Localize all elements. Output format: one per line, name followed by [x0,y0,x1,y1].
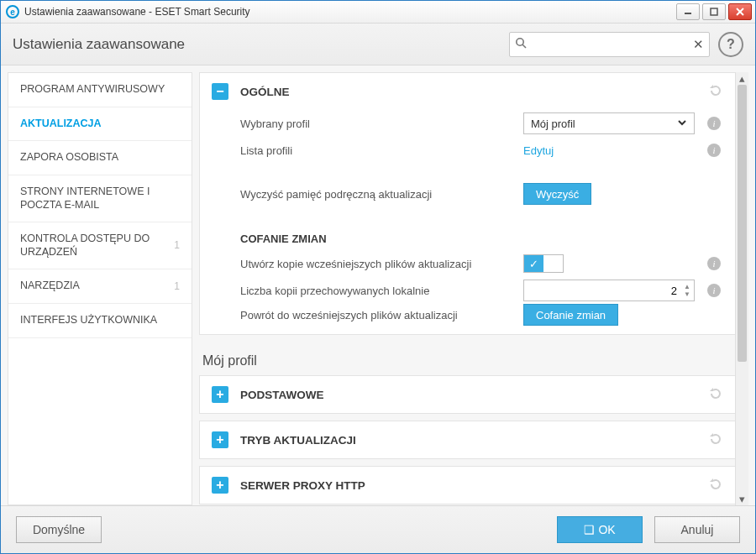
profile-select[interactable]: Mój profil [523,112,695,134]
cancel-button[interactable]: Anuluj [654,516,740,543]
search-input[interactable] [532,37,688,51]
sidebar-item-ui[interactable]: INTERFEJS UŻYTKOWNIKA [8,304,192,338]
panel-header-basic[interactable]: + PODSTAWOWE [200,376,735,413]
sidebar-item-label: STRONY INTERNETOWE I POCZTA E-MAIL [20,186,180,212]
reset-icon[interactable] [708,386,723,404]
scroll-up-icon[interactable]: ▴ [736,72,748,85]
clear-cache-button[interactable]: Wyczyść [523,183,591,205]
info-button[interactable]: i [705,284,723,297]
panel-header-general[interactable]: − OGÓLNE [200,73,735,110]
sidebar-item-device-control[interactable]: KONTROLA DOSTĘPU DO URZĄDZEŃ1 [8,222,192,269]
reset-icon[interactable] [708,477,723,494]
info-icon: i [707,144,721,157]
check-icon: ✓ [524,255,543,272]
scrollbar[interactable]: ▴ ▾ [735,72,748,505]
ok-button[interactable]: ❑ OK [557,516,643,543]
spin-up-icon: ▲ [684,283,690,290]
content: − OGÓLNE Wybrany profil Mój profil i [199,72,748,505]
sidebar-item-label: NARZĘDZIA [20,280,80,293]
label: Wybrany profil [240,118,513,130]
row-revert: Powrót do wcześniejszych plików aktualiz… [200,304,735,334]
spin-buttons[interactable]: ▲ ▼ [680,280,694,301]
info-button[interactable]: i [705,117,723,130]
revert-button[interactable]: Cofanie zmian [523,304,618,326]
minimize-button[interactable] [676,3,700,20]
profile-section-title: Mój profil [199,342,736,375]
reset-icon[interactable] [708,83,723,101]
clear-search-icon[interactable]: ✕ [693,37,704,52]
sidebar-item-label: AKTUALIZACJA [20,118,102,131]
panel-title: PODSTAWOWE [240,389,696,401]
label: Powrót do wcześniejszych plików aktualiz… [240,309,513,321]
help-button[interactable]: ? [718,32,743,57]
defaults-button[interactable]: Domyślne [16,516,102,543]
snapshot-toggle[interactable]: ✓ [523,254,564,273]
label: Wyczyść pamięć podręczną aktualizacji [240,188,513,201]
rollback-subtitle: COFANIE ZMIAN [200,224,735,250]
sidebar-item-count: 1 [174,280,180,293]
sidebar: PROGRAM ANTYWIRUSOWY AKTUALIZACJA ZAPORA… [8,72,192,505]
select-value: Mój profil [531,118,575,130]
info-icon: i [707,284,721,297]
breadcrumb: Ustawienia zaawansowane [13,36,509,53]
expand-icon[interactable]: + [212,477,228,494]
panel-basic: + PODSTAWOWE [199,375,736,414]
edit-profiles-link[interactable]: Edytuj [523,144,554,157]
sidebar-item-firewall[interactable]: ZAPORA OSOBISTA [8,141,192,175]
info-button[interactable]: i [705,257,723,270]
search-icon [515,37,527,51]
row-create-snapshots: Utwórz kopie wcześniejszych plików aktua… [200,250,735,277]
panel-proxy: + SERWER PROXY HTTP [199,466,736,504]
label: Utwórz kopie wcześniejszych plików aktua… [240,258,513,270]
copies-input[interactable] [524,285,680,297]
sidebar-item-update[interactable]: AKTUALIZACJA [8,107,192,142]
sidebar-item-count: 1 [174,239,180,252]
shield-icon: ❑ [584,523,595,536]
sidebar-item-antivirus[interactable]: PROGRAM ANTYWIRUSOWY [8,73,192,107]
info-icon: i [707,257,721,270]
header: Ustawienia zaawansowane ✕ ? [1,24,755,65]
window-title: Ustawienia zaawansowane - ESET Smart Sec… [24,6,676,18]
app-logo-icon: e [6,5,19,18]
close-button[interactable] [728,3,752,20]
window: e Ustawienia zaawansowane - ESET Smart S… [0,0,756,554]
panel-title: SERWER PROXY HTTP [240,479,696,492]
panel-header-update-mode[interactable]: + TRYB AKTUALIZACJI [200,421,735,458]
sidebar-item-label: PROGRAM ANTYWIRUSOWY [20,83,165,97]
svg-line-5 [522,44,526,48]
collapse-icon[interactable]: − [212,83,228,100]
panel-general: − OGÓLNE Wybrany profil Mój profil i [199,72,736,335]
svg-rect-1 [711,8,717,15]
search-box[interactable]: ✕ [509,32,710,57]
footer: Domyślne ❑ OK Anuluj [1,505,755,553]
window-buttons [676,3,752,20]
panel-header-proxy[interactable]: + SERWER PROXY HTTP [200,467,735,504]
info-button[interactable]: i [705,144,723,157]
svg-point-4 [517,39,523,45]
info-icon: i [707,117,721,130]
sidebar-item-web-email[interactable]: STRONY INTERNETOWE I POCZTA E-MAIL [8,175,192,222]
label: Liczba kopii przechowywanych lokalnie [240,285,513,297]
scroll-down-icon[interactable]: ▾ [736,493,748,505]
panel-update-mode: + TRYB AKTUALIZACJI [199,421,736,459]
body: PROGRAM ANTYWIRUSOWY AKTUALIZACJA ZAPORA… [1,65,755,505]
sidebar-item-tools[interactable]: NARZĘDZIA1 [8,269,192,304]
panel-title: OGÓLNE [240,86,696,98]
scroll-thumb[interactable] [738,85,747,362]
help-icon: ? [727,37,735,52]
row-selected-profile: Wybrany profil Mój profil i [200,110,735,137]
sidebar-item-label: INTERFEJS UŻYTKOWNIKA [20,314,157,327]
row-profile-list: Lista profili Edytuj i [200,137,735,164]
panel-title: TRYB AKTUALIZACJI [240,434,696,447]
sidebar-item-label: KONTROLA DOSTĘPU DO URZĄDZEŃ [20,233,174,259]
row-clear-cache: Wyczyść pamięć podręczną aktualizacji Wy… [200,180,735,207]
sidebar-item-label: ZAPORA OSOBISTA [20,151,118,165]
reset-icon[interactable] [708,431,723,449]
chevron-down-icon [677,118,687,130]
copies-stepper[interactable]: ▲ ▼ [523,280,695,301]
expand-icon[interactable]: + [212,431,228,448]
expand-icon[interactable]: + [212,386,228,403]
label: Lista profili [240,144,513,157]
row-copies-count: Liczba kopii przechowywanych lokalnie ▲ … [200,277,735,304]
maximize-button[interactable] [702,3,726,20]
